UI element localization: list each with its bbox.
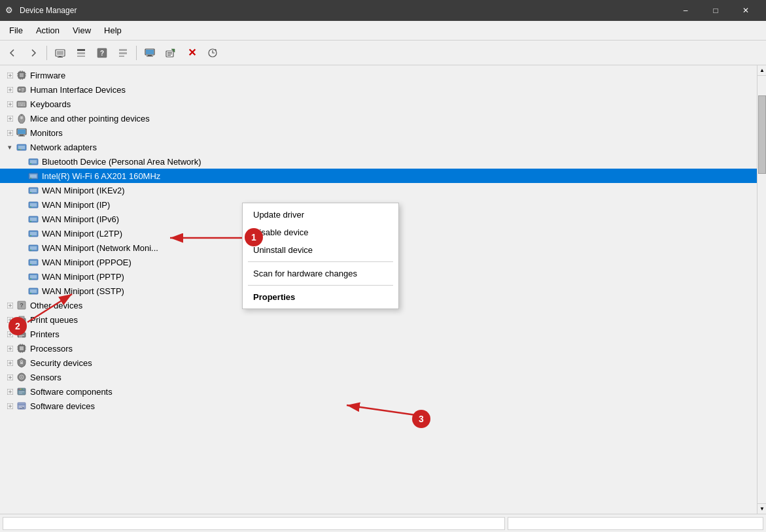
expand-btn-bluetooth[interactable] — [24, 157, 26, 166]
label-bluetooth: Bluetooth Device (Personal Area Network) — [42, 157, 201, 167]
expand-btn-intel-wifi[interactable] — [24, 171, 26, 180]
svg-rect-68 — [18, 146, 25, 149]
device-manager-button[interactable] — [50, 43, 70, 63]
list-view-button[interactable] — [71, 43, 91, 63]
menu-action[interactable]: Action — [29, 23, 66, 38]
ctx-uninstall-device[interactable]: Uninstall device — [243, 241, 398, 259]
expand-btn-wan-ip[interactable] — [24, 200, 26, 209]
expand-btn-security-devices[interactable] — [5, 358, 14, 367]
tree-item-network-adapters[interactable]: ▾Network adapters — [0, 140, 757, 154]
svg-rect-153 — [19, 393, 22, 393]
expand-btn-network-adapters[interactable]: ▾ — [5, 142, 14, 152]
expand-btn-wan-pptp[interactable] — [24, 272, 26, 281]
menu-help[interactable]: Help — [97, 23, 128, 38]
expand-btn-wan-pppoe[interactable] — [24, 258, 26, 267]
ctx-properties[interactable]: Properties — [243, 288, 398, 306]
label-other-devices: Other devices — [30, 301, 82, 310]
tree-item-intel-wifi[interactable]: Intel(R) Wi-Fi 6 AX201 160MHz — [0, 169, 757, 183]
add-driver-button[interactable] — [161, 43, 181, 63]
scroll-down-button[interactable]: ▼ — [757, 503, 766, 514]
properties2-button[interactable] — [113, 43, 133, 63]
svg-point-149 — [18, 389, 20, 390]
scrollbar-thumb[interactable] — [758, 95, 766, 174]
icon-software-components — [16, 386, 27, 397]
back-button[interactable] — [3, 43, 22, 63]
menu-file[interactable]: File — [3, 23, 29, 38]
badge-3: 3 — [412, 410, 430, 428]
svg-point-143 — [21, 376, 22, 378]
expand-btn-sensors[interactable] — [5, 373, 14, 382]
scroll-up-button[interactable]: ▲ — [757, 65, 766, 76]
label-wan-sstp: WAN Miniport (SSTP) — [42, 286, 124, 296]
svg-rect-46 — [17, 101, 26, 107]
menu-view[interactable]: View — [66, 23, 97, 38]
monitor-button[interactable] — [140, 43, 160, 63]
icon-network-adapters — [16, 141, 27, 153]
ctx-disable-device[interactable]: Disable device — [243, 224, 398, 241]
svg-rect-26 — [20, 73, 24, 77]
status-extra — [508, 517, 763, 530]
svg-point-76 — [30, 178, 31, 179]
svg-rect-49 — [22, 103, 24, 104]
svg-rect-53 — [24, 105, 25, 106]
toolbar: ? ✕ — [0, 41, 766, 65]
tree-item-bluetooth[interactable]: Bluetooth Device (Personal Area Network) — [0, 154, 757, 169]
close-button[interactable]: ✕ — [731, 0, 761, 21]
expand-btn-wan-netmon[interactable] — [24, 243, 26, 252]
help-button[interactable]: ? — [92, 43, 112, 63]
svg-rect-84 — [30, 218, 37, 221]
expand-btn-processors[interactable] — [5, 344, 14, 353]
scrollbar[interactable]: ▲ ▼ — [757, 65, 766, 514]
svg-rect-1 — [57, 51, 63, 55]
tree-item-monitors[interactable]: Monitors — [0, 125, 757, 140]
svg-rect-14 — [147, 56, 153, 56]
maximize-button[interactable]: □ — [701, 0, 731, 21]
forward-button[interactable] — [24, 43, 43, 63]
tree-item-wan-ikev2[interactable]: WAN Miniport (IKEv2) — [0, 183, 757, 197]
svg-rect-99 — [30, 290, 37, 293]
expand-btn-mice[interactable] — [5, 114, 14, 123]
scrollbar-track[interactable] — [757, 76, 766, 503]
tree-item-mice[interactable]: Mice and other pointing devices — [0, 111, 757, 125]
svg-rect-5 — [77, 52, 85, 54]
expand-btn-software-components[interactable] — [5, 387, 14, 396]
tree-item-security-devices[interactable]: Security devices — [0, 356, 757, 370]
menu-bar: File Action View Help — [0, 21, 766, 41]
svg-point-82 — [30, 207, 31, 208]
expand-btn-wan-ipv6[interactable] — [24, 214, 26, 224]
tree-item-keyboards[interactable]: Keyboards — [0, 97, 757, 111]
tree-item-firmware[interactable]: Firmware — [0, 68, 757, 82]
tree-item-sensors[interactable]: Sensors — [0, 370, 757, 384]
tree-item-software-components[interactable]: Software components — [0, 384, 757, 399]
svg-rect-48 — [20, 103, 22, 104]
expand-btn-wan-sstp[interactable] — [24, 286, 26, 295]
tree-item-printers[interactable]: Printers — [0, 327, 757, 341]
ctx-update-driver[interactable]: Update driver — [243, 206, 398, 224]
label-hid: Human Interface Devices — [30, 85, 126, 95]
svg-point-97 — [30, 278, 31, 280]
tree-item-processors[interactable]: Processors — [0, 341, 757, 356]
expand-btn-hid[interactable] — [5, 85, 14, 94]
minimize-button[interactable]: – — [670, 0, 701, 21]
icon-monitors — [16, 127, 27, 139]
expand-btn-other-devices[interactable] — [5, 301, 14, 310]
svg-point-70 — [20, 149, 22, 150]
expand-btn-wan-l2tp[interactable] — [24, 229, 26, 238]
icon-wan-ip — [27, 199, 39, 210]
ctx-separator-2 — [248, 285, 393, 286]
svg-rect-20 — [167, 55, 171, 56]
scan-hardware-button[interactable] — [203, 43, 222, 63]
tree-item-software-devices[interactable]: </>Software devices — [0, 399, 757, 413]
expand-btn-keyboards[interactable] — [5, 99, 14, 108]
tree-item-print-queues[interactable]: Print queues — [0, 312, 757, 327]
icon-keyboards — [16, 98, 27, 110]
expand-btn-firmware[interactable] — [5, 71, 14, 80]
expand-btn-monitors[interactable] — [5, 128, 14, 137]
ctx-scan-hardware[interactable]: Scan for hardware changes — [243, 265, 398, 282]
expand-btn-wan-ikev2[interactable] — [24, 186, 26, 195]
icon-security-devices — [16, 357, 27, 369]
expand-btn-software-devices[interactable] — [5, 401, 14, 410]
label-wan-l2tp: WAN Miniport (L2TP) — [42, 229, 122, 239]
tree-item-hid[interactable]: Human Interface Devices — [0, 82, 757, 97]
remove-device-button[interactable]: ✕ — [182, 43, 201, 63]
